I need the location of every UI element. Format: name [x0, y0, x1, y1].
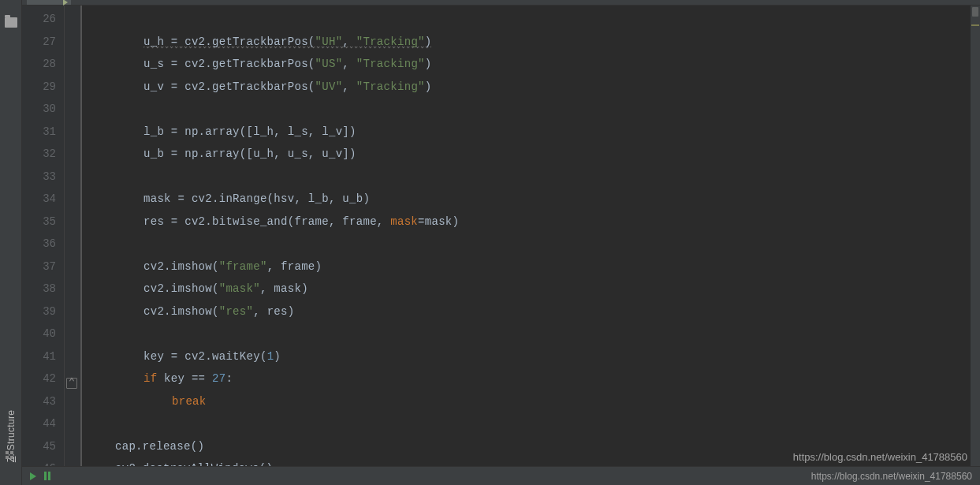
status-bar: https://blog.csdn.net/weixin_41788560	[22, 466, 980, 485]
line-number: 26	[22, 8, 56, 31]
line-number: 32	[22, 143, 56, 166]
line-number: 28	[22, 53, 56, 76]
code-line[interactable]: cv2.imshow("mask", mask)	[87, 278, 980, 300]
tool-window-bar: Z: Structure	[0, 0, 22, 485]
toolbar-grid-icon[interactable]	[5, 450, 16, 461]
line-number: 31	[22, 121, 56, 144]
code-line[interactable]	[87, 412, 980, 435]
fold-end-icon[interactable]: ⌃	[66, 378, 77, 389]
editor-tab-run-badge[interactable]	[27, 0, 71, 5]
line-number: 39	[22, 300, 56, 323]
code-line[interactable]	[87, 98, 980, 121]
status-url: https://blog.csdn.net/weixin_41788560	[811, 471, 972, 482]
code-line[interactable]: cv2.imshow("res", res)	[87, 300, 980, 323]
code-line[interactable]: u_v = cv2.getTrackbarPos("UV", "Tracking…	[87, 76, 980, 99]
code-line[interactable]	[87, 8, 980, 31]
run-icon[interactable]	[30, 472, 36, 480]
line-number: 34	[22, 188, 56, 211]
line-number: 37	[22, 256, 56, 278]
code-line[interactable]: l_b = np.array([l_h, l_s, l_v])	[87, 121, 980, 144]
line-number: 30	[22, 98, 56, 121]
line-number: 42	[22, 367, 56, 390]
project-tool-icon[interactable]	[5, 17, 17, 28]
fold-gutter: ⌃	[65, 6, 80, 466]
editor-area[interactable]: 2627282930313233343536373839404142434445…	[22, 6, 980, 466]
code-line[interactable]: u_s = cv2.getTrackbarPos("US", "Tracking…	[87, 53, 980, 76]
code-line[interactable]: mask = cv2.inRange(hsv, l_b, u_b)	[87, 188, 980, 211]
code-line[interactable]: key = cv2.waitKey(1)	[87, 345, 980, 368]
code-line[interactable]: cv2.imshow("frame", frame)	[87, 256, 980, 278]
scrollbar-warning-mark[interactable]	[971, 24, 979, 26]
line-number: 40	[22, 323, 56, 345]
structure-label: : Structure	[6, 410, 17, 457]
vertical-scrollbar[interactable]	[971, 6, 980, 466]
line-number: 38	[22, 278, 56, 300]
pause-icon[interactable]	[44, 472, 50, 480]
scrollbar-thumb[interactable]	[972, 7, 978, 17]
line-number: 35	[22, 211, 56, 233]
code-line[interactable]: u_h = cv2.getTrackbarPos("UH", "Tracking…	[87, 31, 980, 54]
run-triangle-icon	[63, 0, 68, 6]
code-line[interactable]	[87, 233, 980, 256]
line-number: 36	[22, 233, 56, 256]
code-line[interactable]: if key == 27:	[87, 367, 980, 390]
line-number: 29	[22, 76, 56, 99]
code-line[interactable]: cap.release()	[87, 435, 980, 458]
code-line[interactable]: u_b = np.array([u_h, u_s, u_v])	[87, 143, 980, 166]
line-number: 44	[22, 412, 56, 435]
line-number: 27	[22, 31, 56, 54]
line-number: 43	[22, 390, 56, 413]
code-editor[interactable]: u_h = cv2.getTrackbarPos("UH", "Tracking…	[85, 6, 980, 466]
editor-tab-bar	[22, 0, 980, 6]
code-line[interactable]: break	[87, 390, 980, 413]
line-number: 45	[22, 435, 56, 458]
line-number: 33	[22, 166, 56, 188]
code-line[interactable]: res = cv2.bitwise_and(frame, frame, mask…	[87, 211, 980, 233]
line-number-gutter: 2627282930313233343536373839404142434445…	[22, 6, 65, 466]
line-number: 41	[22, 345, 56, 368]
code-line[interactable]	[87, 323, 980, 345]
code-line[interactable]	[87, 166, 980, 188]
